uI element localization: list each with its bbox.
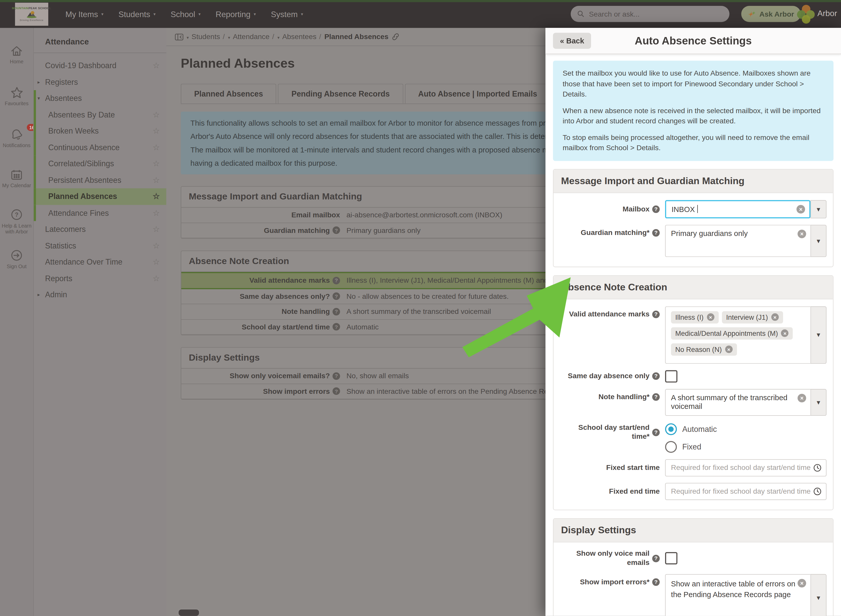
remove-chip-icon[interactable] <box>707 314 714 321</box>
sidebar-item[interactable]: Absentees By Date <box>34 107 166 123</box>
help-icon[interactable] <box>333 387 340 395</box>
nav-menu-item[interactable]: Reporting <box>215 9 256 19</box>
school-logo[interactable]: MOUNTAINPEAK SCHOOL Driving Excellence <box>15 3 48 26</box>
sidebar-item[interactable]: Continuous Absence <box>34 139 166 155</box>
tab[interactable]: Planned Absences <box>181 84 277 104</box>
favourite-star-icon[interactable] <box>153 274 160 283</box>
mailbox-input[interactable]: INBOX <box>665 200 810 218</box>
fixed-end-time-input[interactable]: Required for fixed school day start/end … <box>665 483 826 500</box>
nav-menu-item[interactable]: Students <box>119 9 155 19</box>
user-name[interactable]: Arbor <box>818 9 837 18</box>
help-icon[interactable] <box>333 277 340 284</box>
tab[interactable]: Auto Absence | Imported Emails <box>405 84 551 104</box>
help-icon[interactable] <box>652 311 660 318</box>
rail-item-home[interactable]: Home <box>0 45 33 65</box>
help-icon[interactable] <box>333 323 340 330</box>
rail-item-my-calendar[interactable]: My Calendar <box>0 169 33 188</box>
link-icon[interactable] <box>392 33 400 40</box>
note-handling-select[interactable]: A short summary of the transcribed voice… <box>665 389 810 416</box>
fixed-start-time-input[interactable]: Required for fixed school day start/end … <box>665 459 826 476</box>
nav-menu-item[interactable]: System <box>271 9 303 19</box>
mailbox-dropdown-button[interactable] <box>810 200 826 218</box>
valid-marks-multiselect[interactable]: Illness (I) Interview (J1) <box>665 306 810 364</box>
sidebar-item-label: Attendance Fines <box>48 209 109 217</box>
sidebar-item[interactable]: ▸ Registers <box>34 74 166 90</box>
search-input[interactable]: Search or ask... <box>571 6 730 22</box>
help-icon[interactable] <box>333 292 340 300</box>
favourite-star-icon[interactable] <box>153 224 160 234</box>
clear-icon[interactable] <box>798 579 806 587</box>
voicemail-only-checkbox[interactable] <box>665 552 677 565</box>
clear-icon[interactable] <box>798 230 806 238</box>
help-icon[interactable] <box>333 372 340 380</box>
sidebar-item-label: Registers <box>45 78 78 86</box>
nav-menu-item[interactable]: My Items <box>65 9 103 19</box>
ask-arbor-button[interactable]: Ask Arbor <box>741 6 800 22</box>
sidebar-item[interactable]: Latecomers <box>34 221 166 238</box>
favourite-star-icon[interactable] <box>153 257 160 267</box>
rail-item-notifications[interactable]: 16 Notifications <box>0 128 33 148</box>
favourite-star-icon[interactable] <box>153 142 160 152</box>
favourite-star-icon[interactable] <box>153 126 160 136</box>
note-handling-dropdown-button[interactable] <box>810 389 826 416</box>
guardian-matching-select[interactable]: Primary guardians only <box>665 225 810 257</box>
remove-chip-icon[interactable] <box>725 346 733 353</box>
import-errors-select[interactable]: Show an interactive table of errors on t… <box>665 574 810 616</box>
same-day-absence-checkbox[interactable] <box>665 370 677 382</box>
help-icon[interactable] <box>652 428 660 436</box>
favourite-star-icon[interactable] <box>153 61 160 70</box>
sidebar-item[interactable]: Attendance Over Time <box>34 254 166 270</box>
help-icon[interactable] <box>652 373 660 380</box>
sidebar-item[interactable]: Planned Absences <box>34 188 166 205</box>
favourite-star-icon[interactable] <box>153 159 160 169</box>
remove-chip-icon[interactable] <box>781 330 789 337</box>
remove-chip-icon[interactable] <box>771 314 778 321</box>
tab[interactable]: Pending Absence Records <box>278 84 403 104</box>
nav-menu-item[interactable]: School <box>171 9 201 19</box>
help-icon[interactable] <box>652 578 660 586</box>
rail-item-sign-out[interactable]: Sign Out <box>0 249 33 270</box>
favourite-star-icon[interactable] <box>153 175 160 185</box>
sidebar-item[interactable]: ▾ Absentees <box>34 90 166 107</box>
help-icon[interactable] <box>652 393 660 401</box>
sidebar-item[interactable]: Statistics <box>34 238 166 254</box>
breadcrumb-link[interactable]: Attendance <box>233 33 270 41</box>
sidebar-item[interactable]: Persistent Absentees <box>34 172 166 188</box>
rail-item-help[interactable]: ? Help & Learn with Arbor <box>0 208 33 235</box>
sidebar-item[interactable]: Correlated/Siblings <box>34 155 166 172</box>
breadcrumb-link[interactable]: Students <box>192 33 220 41</box>
sidebar-item[interactable]: ▸ Admin <box>34 286 166 303</box>
favourite-star-icon[interactable] <box>153 208 160 218</box>
arbor-user-avatar[interactable] <box>797 5 815 23</box>
radio-automatic[interactable] <box>665 423 677 435</box>
favourites-star-icon <box>10 86 23 98</box>
guardian-matching-dropdown-button[interactable] <box>810 225 826 257</box>
sidebar-item-label: Continuous Absence <box>48 143 120 152</box>
help-icon[interactable] <box>333 308 340 315</box>
help-icon[interactable] <box>652 205 660 213</box>
help-icon[interactable] <box>652 555 660 562</box>
sidebar-item[interactable]: Attendance Fines <box>34 205 166 221</box>
help-icon[interactable] <box>652 229 660 237</box>
clock-icon <box>813 487 822 496</box>
clear-icon[interactable] <box>798 394 806 402</box>
import-errors-dropdown-button[interactable] <box>810 574 826 616</box>
favourite-star-icon[interactable] <box>153 241 160 251</box>
sidebar-menu: Covid-19 Dashboard ▸ Registers ▾ Absente… <box>34 53 166 303</box>
favourite-star-icon[interactable] <box>153 110 160 120</box>
message-import-form-card: Message Import and Guardian Matching Mai… <box>553 169 834 267</box>
sidebar-item[interactable]: Broken Weeks <box>34 123 166 139</box>
sidebar-item[interactable]: Covid-19 Dashboard <box>34 57 166 74</box>
help-icon[interactable] <box>333 227 340 234</box>
sidebar-item[interactable]: Reports <box>34 270 166 286</box>
back-button[interactable]: « Back <box>553 33 591 49</box>
valid-marks-dropdown-button[interactable] <box>810 306 826 364</box>
calendar-icon <box>10 169 23 181</box>
clear-icon[interactable] <box>797 205 805 214</box>
horizontal-scrollbar-thumb[interactable] <box>177 608 200 616</box>
rail-item-favourites[interactable]: Favourites <box>0 86 33 107</box>
breadcrumb-link[interactable]: Absentees <box>282 33 316 41</box>
radio-fixed[interactable] <box>665 441 677 453</box>
sidebar-collapse-icon[interactable] <box>175 33 183 40</box>
favourite-star-icon[interactable] <box>153 192 160 201</box>
